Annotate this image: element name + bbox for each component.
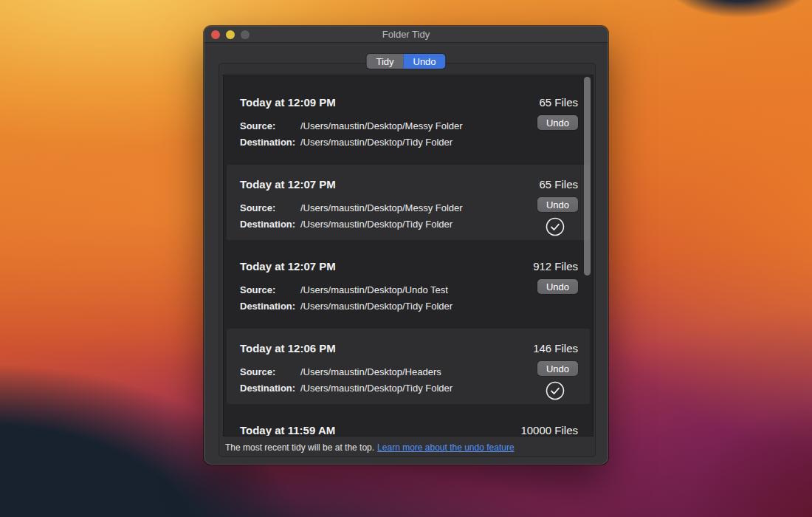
zoom-icon (241, 30, 250, 39)
undo-feature-link[interactable]: Learn more about the undo feature (377, 442, 514, 453)
undo-button[interactable]: Undo (537, 361, 578, 376)
close-icon[interactable] (211, 30, 220, 39)
source-label: Source: (240, 118, 300, 134)
row-timestamp: Today at 12:06 PM (240, 342, 532, 355)
titlebar[interactable]: Folder Tidy (204, 27, 608, 43)
window-title: Folder Tidy (382, 29, 430, 40)
source-path: /Users/maustin/Desktop/Headers (300, 364, 441, 380)
history-row: Today at 12:09 PM Source: /Users/maustin… (224, 83, 593, 165)
footer-note: The most recent tidy will be at the top. (225, 442, 374, 453)
destination-path: /Users/maustin/Desktop/Tidy Folder (300, 380, 453, 397)
source-path: /Users/maustin/Desktop/Undo Test (300, 282, 448, 298)
undo-button[interactable]: Undo (537, 279, 578, 294)
file-count: 65 Files (539, 178, 578, 191)
source-label: Source: (240, 364, 300, 380)
source-path: /Users/maustin/Desktop/Messy Folder (300, 118, 463, 134)
destination-label: Destination: (240, 216, 300, 233)
destination-label: Destination: (240, 298, 300, 315)
history-list: Today at 12:09 PM Source: /Users/maustin… (223, 75, 593, 436)
undone-check-icon (546, 381, 565, 400)
file-count: 146 Files (533, 342, 578, 355)
file-count: 912 Files (533, 260, 578, 273)
undo-tab-panel: Today at 12:09 PM Source: /Users/maustin… (219, 63, 596, 457)
source-path: /Users/maustin/Desktop/Messy Folder (300, 200, 463, 216)
row-timestamp: Today at 12:07 PM (240, 178, 532, 191)
history-row: Today at 12:06 PM Source: /Users/maustin… (224, 329, 593, 411)
traffic-lights (211, 30, 250, 39)
row-timestamp: Today at 11:59 AM (240, 424, 532, 436)
destination-path: /Users/maustin/Desktop/Tidy Folder (300, 134, 453, 151)
destination-path: /Users/maustin/Desktop/Tidy Folder (300, 298, 453, 315)
destination-path: /Users/maustin/Desktop/Tidy Folder (300, 216, 453, 233)
history-row: Today at 11:59 AM 10000 Files (224, 411, 593, 436)
tab-segmented-control: Tidy Undo (366, 54, 445, 69)
folder-tidy-window: Folder Tidy Tidy Undo Today at 12:09 PM … (204, 26, 608, 465)
undone-check-icon (546, 217, 565, 236)
history-row: Today at 12:07 PM Source: /Users/maustin… (224, 247, 593, 329)
file-count: 10000 Files (520, 424, 578, 436)
destination-label: Destination: (240, 380, 300, 397)
source-label: Source: (240, 282, 300, 298)
undo-button[interactable]: Undo (537, 197, 578, 212)
scrollbar-thumb[interactable] (584, 77, 591, 275)
undo-button[interactable]: Undo (537, 115, 578, 130)
history-row: Today at 12:07 PM Source: /Users/maustin… (224, 165, 593, 247)
row-timestamp: Today at 12:07 PM (240, 260, 532, 273)
minimize-icon[interactable] (226, 30, 235, 39)
tab-tidy[interactable]: Tidy (366, 54, 403, 69)
footer: The most recent tidy will be at the top.… (225, 442, 515, 453)
destination-label: Destination: (240, 134, 300, 151)
file-count: 65 Files (539, 96, 578, 109)
source-label: Source: (240, 200, 300, 216)
row-timestamp: Today at 12:09 PM (240, 96, 532, 109)
history-rows: Today at 12:09 PM Source: /Users/maustin… (224, 75, 593, 436)
tab-undo[interactable]: Undo (404, 54, 446, 69)
